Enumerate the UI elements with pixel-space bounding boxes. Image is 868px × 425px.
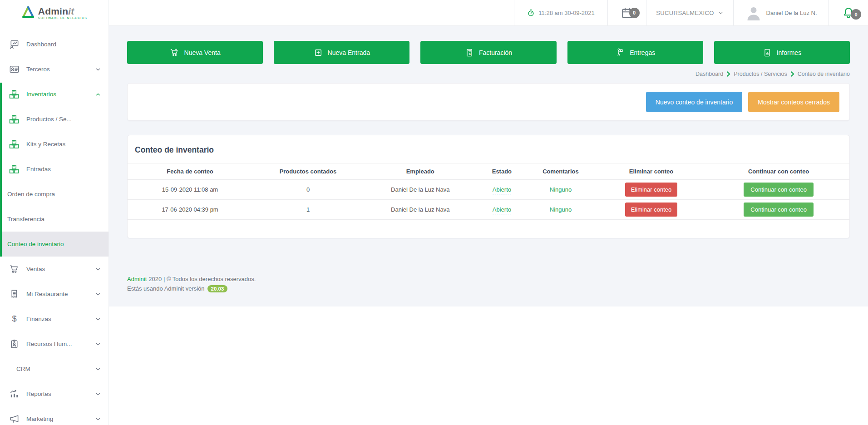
calendar-badge: 0 [629, 8, 640, 18]
sidebar-item-entradas[interactable]: Entradas [0, 157, 108, 182]
svg-text:$: $ [12, 314, 16, 323]
id-card-icon [9, 64, 20, 75]
sidebar-item-reportes[interactable]: Reportes [0, 381, 108, 406]
table-row: 17-06-2020 04:39 pm 1 Daniel De la Luz N… [128, 200, 849, 220]
footer-line2: Estás usando Adminit versión20.03 [127, 284, 850, 294]
header-calendar[interactable]: 0 [607, 0, 646, 25]
col-estado: Estado [477, 163, 527, 180]
eliminar-conteo-button[interactable]: Eliminar conteo [625, 203, 678, 217]
sidebar-item-label: Kits y Recetas [26, 141, 65, 148]
sidebar-item-label: Dashboard [26, 41, 56, 48]
cell-empleado: Daniel De la Luz Nava [364, 200, 477, 220]
sidebar-item-label: Conteo de inventario [7, 241, 64, 247]
continuar-conteo-button[interactable]: Continuar con conteo [744, 203, 814, 217]
chevron-down-icon [95, 291, 101, 297]
nueva-venta-button[interactable]: Nueva Venta [127, 41, 263, 64]
app-logo[interactable]: Adminit SOFTWARE DE NEGOCIOS [0, 0, 108, 26]
sidebar-item-transferencia[interactable]: Transferencia [0, 207, 108, 232]
comentarios-value: Ninguno [550, 186, 572, 193]
sidebar-item-productos-servicios[interactable]: Productos / Se... [0, 107, 108, 132]
entregas-button[interactable]: Entregas [567, 41, 703, 64]
nuevo-conteo-button[interactable]: Nuevo conteo de inventario [646, 92, 742, 112]
cart-plus-icon [170, 48, 179, 57]
invoice-icon: $ [465, 48, 474, 57]
nueva-entrada-button[interactable]: Nueva Entrada [274, 41, 409, 64]
logo-tagline: SOFTWARE DE NEGOCIOS [38, 17, 87, 20]
sidebar-item-crm[interactable]: CRM [0, 356, 108, 381]
col-comentarios: Comentarios [527, 163, 594, 180]
header-datetime: 11:28 am 30-09-2021 [514, 0, 607, 25]
breadcrumb-dashboard[interactable]: Dashboard [695, 71, 723, 77]
sidebar-item-terceros[interactable]: Terceros [0, 57, 108, 82]
megaphone-icon [9, 414, 20, 425]
footer-brand-link[interactable]: Adminit [127, 276, 147, 282]
notifications[interactable]: 0 [829, 0, 868, 25]
active-section-bar [0, 83, 2, 257]
chevron-down-icon [95, 366, 101, 372]
sidebar-item-marketing[interactable]: Marketing [0, 406, 108, 425]
branch-name: SUCURSALMEXICO [656, 10, 714, 16]
report-icon [763, 48, 772, 57]
comentarios-value: Ninguno [550, 206, 572, 213]
informes-button[interactable]: Informes [714, 41, 850, 64]
sidebar-item-inventarios[interactable]: Inventarios [0, 82, 108, 107]
estado-link[interactable]: Abierto [493, 206, 511, 214]
sidebar-item-label: Recursos Hum... [26, 341, 72, 347]
logo-triangle-icon [21, 6, 35, 20]
logo-name: Adminit [38, 6, 74, 16]
breadcrumb-productos-servicios[interactable]: Productos / Servicios [734, 71, 787, 77]
continuar-conteo-button[interactable]: Continuar con conteo [744, 183, 814, 197]
chevron-down-icon [718, 10, 724, 16]
header-datetime-text: 11:28 am 30-09-2021 [538, 10, 594, 16]
chevron-down-icon [95, 341, 101, 347]
svg-text:$: $ [469, 52, 471, 56]
sidebar-item-finanzas[interactable]: $ Finanzas [0, 306, 108, 331]
version-badge: 20.03 [207, 285, 228, 292]
boxes-icon [9, 89, 20, 100]
quick-action-label: Facturación [479, 49, 512, 56]
plus-square-icon [314, 48, 323, 57]
table-header-row: Fecha de conteo Productos contados Emple… [128, 163, 849, 180]
sidebar-item-dashboard[interactable]: Dashboard [0, 32, 108, 57]
boxes-icon [9, 139, 20, 150]
breadcrumb-chevron-icon [726, 71, 730, 77]
chevron-down-icon [95, 66, 101, 73]
sidebar-item-label: CRM [16, 366, 30, 372]
sidebar-item-label: Ventas [26, 266, 45, 272]
bar-chart-icon [9, 389, 20, 400]
sidebar: Adminit SOFTWARE DE NEGOCIOS Dashboard [0, 0, 109, 425]
receipt-icon [9, 289, 20, 300]
conteo-panel: Conteo de inventario Fecha de conteo Pro… [127, 135, 850, 238]
sidebar-item-conteo-de-inventario[interactable]: Conteo de inventario [0, 232, 108, 257]
sidebar-item-ventas[interactable]: Ventas [0, 257, 108, 282]
panel-title: Conteo de inventario [128, 145, 849, 163]
breadcrumb-chevron-icon [790, 71, 794, 77]
breadcrumb-conteo-de-inventario[interactable]: Conteo de inventario [798, 71, 850, 77]
footer-copyright: 2020 | © Todos los derechos reservados. [148, 276, 256, 282]
facturacion-button[interactable]: $ Facturación [420, 41, 556, 64]
notifications-badge: 0 [851, 9, 861, 20]
quick-action-label: Entregas [630, 49, 655, 56]
sidebar-item-label: Entradas [26, 166, 51, 173]
footer-line1: Adminit2020 | © Todos los derechos reser… [127, 275, 850, 284]
stopwatch-icon [527, 9, 535, 17]
sidebar-item-kits-recetas[interactable]: Kits y Recetas [0, 132, 108, 157]
eliminar-conteo-button[interactable]: Eliminar conteo [625, 183, 678, 197]
breadcrumb: Dashboard Productos / Servicios Conteo d… [127, 71, 850, 77]
sidebar-item-recursos-humanos[interactable]: Recursos Hum... [0, 331, 108, 356]
sidebar-item-label: Mi Restaurante [26, 291, 68, 297]
dashboard-icon [9, 39, 20, 50]
boxes-icon [9, 164, 20, 175]
sidebar-item-label: Terceros [26, 66, 50, 73]
mostrar-conteos-cerrados-button[interactable]: Mostrar conteos cerrados [748, 92, 839, 112]
sidebar-item-label: Transferencia [7, 216, 44, 222]
branch-selector[interactable]: SUCURSALMEXICO [646, 0, 733, 25]
cell-fecha: 17-06-2020 04:39 pm [128, 200, 252, 220]
sidebar-item-orden-de-compra[interactable]: Orden de compra [0, 182, 108, 207]
estado-link[interactable]: Abierto [493, 186, 511, 194]
quick-actions-row: Nueva Venta Nueva Entrada $ Facturación [127, 41, 850, 64]
cart-icon [9, 264, 20, 275]
user-menu[interactable]: Daniel De la Luz N. [733, 0, 829, 25]
sidebar-item-mi-restaurante[interactable]: Mi Restaurante [0, 282, 108, 306]
conteo-table: Fecha de conteo Productos contados Emple… [128, 163, 849, 220]
